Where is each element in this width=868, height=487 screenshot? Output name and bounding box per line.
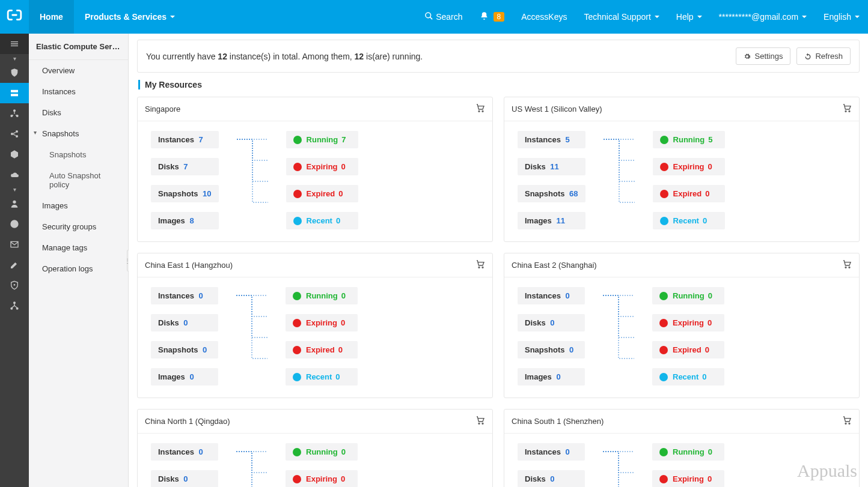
cart-icon[interactable] — [842, 103, 852, 115]
rail-network-icon[interactable] — [0, 103, 29, 124]
metric-images[interactable]: Images 8 — [151, 212, 219, 229]
gear-icon — [744, 53, 751, 60]
status-expiring[interactable]: Expiring0 — [286, 314, 358, 331]
sidebar-item-operation-logs[interactable]: Operation logs — [29, 258, 128, 279]
status-recent[interactable]: Recent0 — [653, 212, 725, 229]
metric-disks[interactable]: Disks 0 — [518, 314, 585, 331]
sidebar-item-security-groups[interactable]: Security groups — [29, 216, 128, 237]
nav-language[interactable]: English — [815, 0, 868, 34]
region-name: China South 1 (Shenzhen) — [512, 417, 604, 426]
status-expiring[interactable]: Expiring0 — [652, 314, 724, 331]
status-running[interactable]: Running0 — [652, 287, 724, 304]
metric-images[interactable]: Images 11 — [518, 212, 585, 229]
status-running[interactable]: Running0 — [286, 443, 358, 461]
rail-box-icon[interactable] — [0, 144, 29, 165]
metric-instances[interactable]: Instances 5 — [518, 131, 585, 148]
rail-menu-icon[interactable] — [0, 34, 29, 54]
nav-products-services[interactable]: Products & Services — [74, 0, 186, 34]
rail-user-icon[interactable] — [0, 193, 29, 214]
region-card-head: China East 1 (Hangzhou) — [138, 253, 492, 277]
settings-label: Settings — [754, 52, 783, 61]
rail-collapse-caret-2[interactable]: ▾ — [13, 185, 16, 193]
rail-shield-icon[interactable] — [0, 62, 29, 83]
status-recent[interactable]: Recent0 — [286, 212, 358, 229]
status-running[interactable]: Running5 — [653, 131, 725, 148]
status-expiring[interactable]: Expiring0 — [653, 158, 725, 175]
cart-icon[interactable] — [475, 416, 485, 427]
metric-disks[interactable]: Disks 11 — [518, 158, 585, 175]
region-name: China North 1 (Qingdao) — [145, 417, 230, 426]
status-expired[interactable]: Expired0 — [652, 341, 724, 358]
status-running[interactable]: Running0 — [286, 287, 358, 304]
status-expiring[interactable]: Expiring0 — [286, 158, 358, 175]
metric-disks[interactable]: Disks 0 — [518, 470, 585, 487]
status-recent[interactable]: Recent0 — [652, 368, 724, 386]
metric-instances[interactable]: Instances 0 — [518, 287, 585, 304]
metric-disks[interactable]: Disks 0 — [151, 314, 218, 331]
status-expired[interactable]: Expired0 — [653, 185, 725, 202]
metric-images[interactable]: Images 0 — [151, 368, 218, 386]
summary-message: You currently have 12 instance(s) in tot… — [146, 52, 730, 61]
metric-snapshots[interactable]: Snapshots 10 — [151, 185, 219, 202]
sidebar-item-manage-tags[interactable]: Manage tags — [29, 237, 128, 258]
metric-disks[interactable]: Disks 0 — [151, 470, 218, 487]
metric-instances[interactable]: Instances 7 — [151, 131, 219, 148]
nav-user-menu[interactable]: **********@gmail.com — [711, 0, 816, 34]
metric-snapshots[interactable]: Snapshots 68 — [518, 185, 585, 202]
svg-point-13 — [478, 110, 480, 112]
brand-logo[interactable] — [0, 7, 29, 26]
status-expired[interactable]: Expired0 — [286, 341, 358, 358]
rail-security-icon[interactable] — [0, 275, 29, 295]
cart-icon[interactable] — [842, 416, 852, 427]
topbar: Home Products & Services Search 8 Access… — [0, 0, 868, 34]
status-expiring[interactable]: Expiring0 — [286, 470, 358, 487]
rail-share-icon[interactable] — [0, 124, 29, 144]
nav-search[interactable]: Search — [416, 0, 471, 34]
metric-disks[interactable]: Disks 7 — [151, 158, 219, 175]
rail-cloud-icon[interactable] — [0, 165, 29, 185]
status-recent[interactable]: Recent0 — [286, 368, 358, 386]
nav-help[interactable]: Help — [668, 0, 711, 34]
sidebar-item-snapshots-sub[interactable]: Snapshots — [29, 144, 128, 165]
rail-edit-icon[interactable] — [0, 255, 29, 275]
metric-instances[interactable]: Instances 0 — [518, 443, 585, 461]
rail-servers-icon[interactable] — [0, 83, 29, 103]
status-running[interactable]: Running0 — [652, 443, 724, 461]
icon-rail: ▾ ▾ — [0, 34, 29, 487]
sidebar-item-disks[interactable]: Disks — [29, 102, 128, 123]
rail-mail-icon[interactable] — [0, 234, 29, 255]
settings-button[interactable]: Settings — [736, 47, 790, 65]
metric-instances[interactable]: Instances 0 — [151, 443, 218, 461]
refresh-button[interactable]: Refresh — [796, 47, 851, 65]
summary-text: You currently have — [146, 52, 218, 61]
cart-icon[interactable] — [475, 259, 485, 271]
svg-point-4 — [11, 133, 13, 135]
cart-icon[interactable] — [475, 103, 485, 115]
nav-tech-support[interactable]: Technical Support — [575, 0, 667, 34]
region-name: China East 2 (Shanghai) — [512, 261, 597, 270]
summary-text: is(are) running. — [364, 52, 423, 61]
metric-images[interactable]: Images 0 — [518, 368, 585, 386]
nav-home[interactable]: Home — [29, 0, 74, 34]
search-icon — [424, 11, 433, 22]
svg-point-9 — [14, 284, 16, 286]
status-expired[interactable]: Expired0 — [286, 185, 358, 202]
metric-snapshots[interactable]: Snapshots 0 — [151, 341, 218, 358]
sidebar-item-snapshots[interactable]: Snapshots — [29, 123, 128, 144]
status-running[interactable]: Running7 — [286, 131, 358, 148]
sidebar-item-overview[interactable]: Overview — [29, 60, 128, 81]
nav-access-keys[interactable]: AccessKeys — [513, 0, 575, 34]
status-expiring[interactable]: Expiring0 — [652, 470, 724, 487]
cart-icon[interactable] — [842, 259, 852, 271]
metric-snapshots[interactable]: Snapshots 0 — [518, 341, 585, 358]
sidebar-item-images[interactable]: Images — [29, 195, 128, 216]
metric-instances[interactable]: Instances 0 — [151, 287, 218, 304]
connector-lines — [604, 131, 635, 229]
region-name: US West 1 (Silicon Valley) — [512, 104, 602, 113]
rail-tree-icon[interactable] — [0, 295, 29, 316]
sidebar-item-auto-snapshot-policy[interactable]: Auto Snapshot policy — [29, 165, 128, 195]
rail-collapse-caret[interactable]: ▾ — [13, 54, 16, 62]
nav-notifications[interactable]: 8 — [471, 0, 513, 34]
rail-billing-icon[interactable] — [0, 214, 29, 234]
sidebar-item-instances[interactable]: Instances — [29, 81, 128, 102]
